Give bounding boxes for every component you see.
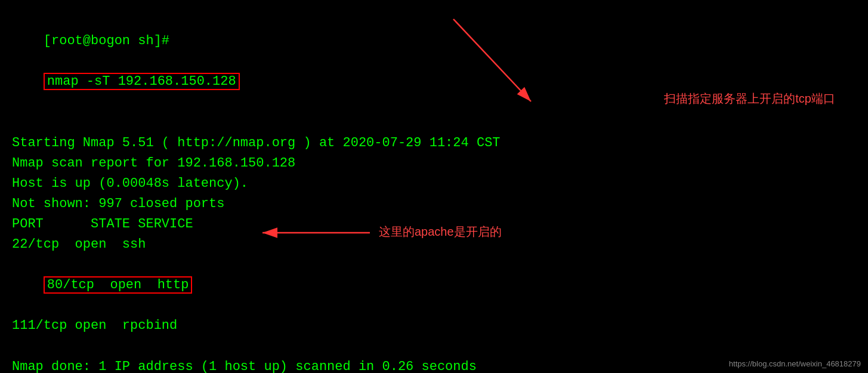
prompt-1: [root@bogon sh]# xyxy=(44,33,169,48)
output-line-8: 111/tcp open rpcbind xyxy=(12,316,856,336)
output-line-2: Nmap scan report for 192.168.150.128 xyxy=(12,153,856,174)
watermark: https://blog.csdn.net/weixin_46818279 xyxy=(729,359,861,368)
nmap-command: nmap -sT 192.168.150.128 xyxy=(44,73,240,90)
output-line-3: Host is up (0.00048s latency). xyxy=(12,174,856,194)
output-line-7: 80/tcp open http xyxy=(12,255,856,316)
output-line-4: Not shown: 997 closed ports xyxy=(12,194,856,214)
output-line-1: Starting Nmap 5.51 ( http://nmap.org ) a… xyxy=(12,133,856,153)
tcp-annotation: 扫描指定服务器上开启的tcp端口 xyxy=(664,91,835,107)
port-80-box: 80/tcp open http xyxy=(44,276,193,294)
apache-annotation: 这里的apache是开启的 xyxy=(379,224,502,240)
terminal-window: [root@bogon sh]# nmap -sT 192.168.150.12… xyxy=(0,0,868,373)
